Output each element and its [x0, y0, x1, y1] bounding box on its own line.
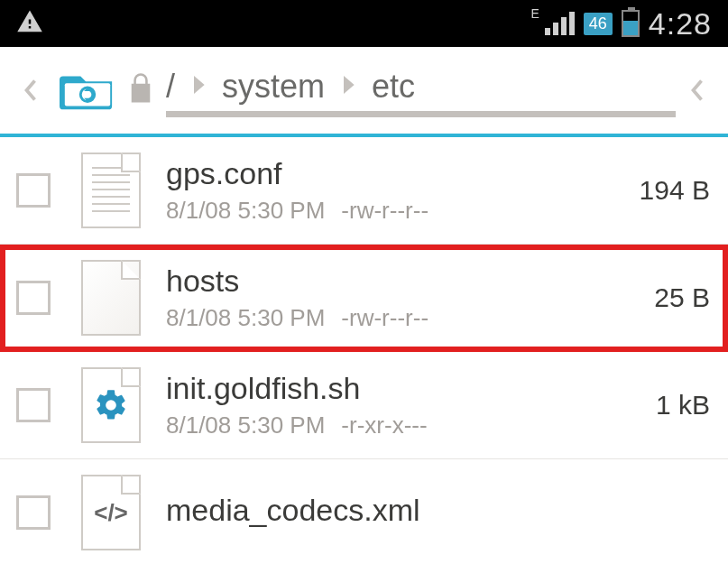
- file-size: 1 kB: [620, 390, 710, 421]
- forward-button[interactable]: [676, 63, 719, 117]
- breadcrumb[interactable]: / system etc: [166, 63, 676, 117]
- status-bar: E 46 4:28: [0, 0, 728, 47]
- file-size: 194 B: [620, 175, 710, 206]
- breadcrumb-segment-system[interactable]: system: [222, 68, 325, 106]
- breadcrumb-segment-etc[interactable]: etc: [372, 68, 415, 106]
- file-size: 25 B: [620, 282, 710, 313]
- file-row[interactable]: init.goldfish.sh 8/1/08 5:30 PM -r-xr-x-…: [0, 352, 728, 459]
- file-permissions: -rw-r--r--: [341, 304, 429, 332]
- config-file-icon: [76, 365, 146, 446]
- warning-icon: [16, 8, 43, 39]
- clock: 4:28: [649, 6, 712, 42]
- checkbox[interactable]: [16, 495, 51, 530]
- code-file-icon: </>: [76, 472, 146, 553]
- file-name: hosts: [166, 264, 620, 299]
- chevron-right-icon: [189, 72, 207, 101]
- breadcrumb-root[interactable]: /: [166, 68, 175, 106]
- battery-icon: [622, 10, 640, 37]
- file-list: gps.conf 8/1/08 5:30 PM -rw-r--r-- 194 B…: [0, 137, 728, 564]
- checkbox[interactable]: [16, 388, 51, 422]
- file-name: init.goldfish.sh: [166, 371, 620, 406]
- text-file-icon: [76, 150, 146, 231]
- checkbox[interactable]: [16, 173, 51, 208]
- back-button[interactable]: [9, 63, 52, 117]
- lock-icon: [126, 72, 155, 108]
- network-type-label: E: [530, 6, 539, 21]
- file-date: 8/1/08 5:30 PM: [166, 304, 325, 332]
- file-row[interactable]: gps.conf 8/1/08 5:30 PM -rw-r--r-- 194 B: [0, 137, 728, 245]
- file-date: 8/1/08 5:30 PM: [166, 197, 325, 225]
- app-folder-icon[interactable]: [60, 67, 115, 114]
- file-name: gps.conf: [166, 156, 620, 191]
- toolbar: / system etc: [0, 47, 728, 137]
- chevron-right-icon: [339, 72, 357, 101]
- checkbox[interactable]: [16, 281, 51, 315]
- file-date: 8/1/08 5:30 PM: [166, 411, 325, 439]
- file-permissions: -r-xr-x---: [341, 411, 427, 439]
- network-badge: 46: [584, 13, 613, 35]
- file-row[interactable]: </> media_codecs.xml: [0, 459, 728, 564]
- file-permissions: -rw-r--r--: [341, 197, 429, 225]
- file-name: media_codecs.xml: [166, 493, 620, 528]
- blank-file-icon: [76, 257, 146, 338]
- signal-strength-icon: [545, 12, 575, 35]
- file-row[interactable]: hosts 8/1/08 5:30 PM -rw-r--r-- 25 B: [0, 245, 728, 352]
